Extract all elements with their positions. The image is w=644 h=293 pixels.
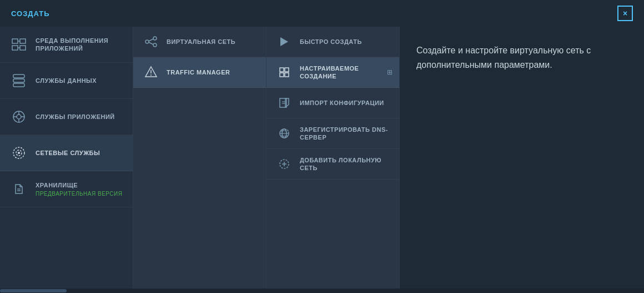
pin-icon: ⊞ bbox=[387, 68, 393, 76]
description-panel: Создайте и настройте виртуальную сеть с … bbox=[400, 27, 644, 289]
option-custom-create-label: НАСТРАИВАЕМОЕ СОЗДАНИЕ bbox=[300, 64, 389, 81]
option-register-dns[interactable]: ЗАРЕГИСТРИРОВАТЬ DNS-СЕРВЕР bbox=[266, 118, 399, 149]
import-config-icon bbox=[276, 95, 292, 111]
page-title: СОЗДАТЬ bbox=[11, 9, 50, 18]
app-services-icon bbox=[10, 108, 28, 126]
svg-point-10 bbox=[17, 115, 21, 119]
option-add-local-network-label: ДОБАВИТЬ ЛОКАЛЬНУЮ СЕТЬ bbox=[300, 156, 389, 172]
option-custom-create[interactable]: НАСТРАИВАЕМОЕ СОЗДАНИЕ ⊞ bbox=[266, 57, 399, 88]
option-quick-create[interactable]: БЫСТРО СОЗДАТЬ bbox=[266, 27, 399, 57]
virtual-network-icon bbox=[143, 34, 159, 49]
sidebar-item-network-services[interactable]: СЕТЕВЫЕ СЛУЖБЫ bbox=[0, 135, 133, 171]
middle-column: ВИРТУАЛЬНАЯ СЕТЬ TRAFFIC MANAGER bbox=[133, 27, 266, 289]
svg-line-23 bbox=[149, 39, 153, 41]
sidebar-item-storage[interactable]: ХРАНИЛИЩЕ ПРЕДВАРИТЕЛЬНАЯ ВЕРСИЯ bbox=[0, 171, 133, 207]
sidebar-item-app-env[interactable]: СРЕДА ВЫПОЛНЕНИЯ ПРИЛОЖЕНИЙ bbox=[0, 27, 133, 63]
sidebar-item-app-env-label: СРЕДА ВЫПОЛНЕНИЯ ПРИЛОЖЕНИЙ bbox=[36, 37, 123, 53]
custom-create-icon bbox=[276, 64, 292, 80]
svg-point-27 bbox=[150, 75, 152, 76]
network-services-icon bbox=[10, 144, 28, 162]
close-button[interactable]: × bbox=[617, 6, 633, 21]
data-services-icon bbox=[10, 72, 28, 90]
svg-rect-0 bbox=[12, 39, 18, 43]
sidebar-item-app-services[interactable]: СЛУЖБЫ ПРИЛОЖЕНИЙ bbox=[0, 99, 133, 135]
svg-rect-29 bbox=[280, 68, 284, 72]
svg-rect-7 bbox=[13, 79, 24, 82]
option-import-config[interactable]: ИМПОРТ КОНФИГУРАЦИИ bbox=[266, 88, 399, 118]
description-text: Создайте и настройте виртуальную сеть с … bbox=[416, 43, 627, 72]
sidebar-item-data-services[interactable]: СЛУЖБЫ ДАННЫХ bbox=[0, 63, 133, 99]
svg-rect-32 bbox=[285, 73, 289, 77]
svg-rect-30 bbox=[285, 68, 289, 72]
middle-item-virtual-network-label: ВИРТУАЛЬНАЯ СЕТЬ bbox=[167, 38, 235, 45]
traffic-manager-icon bbox=[143, 64, 159, 80]
scrollbar-area[interactable] bbox=[0, 289, 644, 293]
svg-rect-1 bbox=[12, 46, 18, 50]
svg-point-39 bbox=[286, 128, 290, 132]
svg-line-24 bbox=[149, 42, 153, 44]
svg-rect-6 bbox=[13, 75, 24, 78]
register-dns-icon bbox=[276, 126, 292, 141]
svg-point-22 bbox=[153, 43, 157, 47]
sidebar: СРЕДА ВЫПОЛНЕНИЯ ПРИЛОЖЕНИЙ СЛУЖБЫ ДАННЫ… bbox=[0, 27, 133, 289]
svg-rect-31 bbox=[280, 73, 284, 77]
middle-item-traffic-manager-label: TRAFFIC MANAGER bbox=[167, 69, 230, 76]
svg-point-20 bbox=[145, 40, 149, 43]
quick-create-icon bbox=[276, 34, 292, 49]
svg-rect-2 bbox=[20, 39, 26, 43]
svg-rect-8 bbox=[13, 83, 24, 87]
app-env-icon bbox=[10, 36, 28, 53]
scrollbar-thumb[interactable] bbox=[0, 289, 67, 292]
svg-point-17 bbox=[18, 152, 20, 154]
options-panel: БЫСТРО СОЗДАТЬ НАСТРАИВАЕМОЕ СОЗДАНИЕ ⊞ bbox=[266, 27, 400, 289]
option-register-dns-label: ЗАРЕГИСТРИРОВАТЬ DNS-СЕРВЕР bbox=[300, 126, 389, 142]
storage-icon bbox=[10, 180, 28, 198]
middle-item-traffic-manager[interactable]: TRAFFIC MANAGER bbox=[133, 57, 266, 88]
sidebar-item-app-services-label: СЛУЖБЫ ПРИЛОЖЕНИЙ bbox=[36, 113, 115, 121]
main-content: СРЕДА ВЫПОЛНЕНИЯ ПРИЛОЖЕНИЙ СЛУЖБЫ ДАННЫ… bbox=[0, 27, 644, 289]
option-import-config-label: ИМПОРТ КОНФИГУРАЦИИ bbox=[300, 99, 384, 107]
sidebar-item-storage-sub: ПРЕДВАРИТЕЛЬНАЯ ВЕРСИЯ bbox=[36, 191, 123, 197]
middle-item-virtual-network[interactable]: ВИРТУАЛЬНАЯ СЕТЬ bbox=[133, 27, 266, 57]
main-container: СОЗДАТЬ × СРЕДА ВЫПОЛНЕ bbox=[0, 0, 644, 293]
svg-point-21 bbox=[153, 37, 157, 40]
svg-rect-3 bbox=[20, 46, 26, 50]
sidebar-item-data-services-label: СЛУЖБЫ ДАННЫХ bbox=[36, 77, 97, 85]
option-add-local-network[interactable]: ДОБАВИТЬ ЛОКАЛЬНУЮ СЕТЬ bbox=[266, 149, 399, 180]
header: СОЗДАТЬ × bbox=[0, 0, 644, 27]
add-local-network-icon bbox=[276, 156, 292, 172]
sidebar-item-network-services-label: СЕТЕВЫЕ СЛУЖБЫ bbox=[36, 149, 100, 157]
option-quick-create-label: БЫСТРО СОЗДАТЬ bbox=[300, 38, 362, 46]
sidebar-item-storage-label: ХРАНИЛИЩЕ bbox=[36, 181, 123, 189]
svg-marker-28 bbox=[280, 37, 288, 46]
